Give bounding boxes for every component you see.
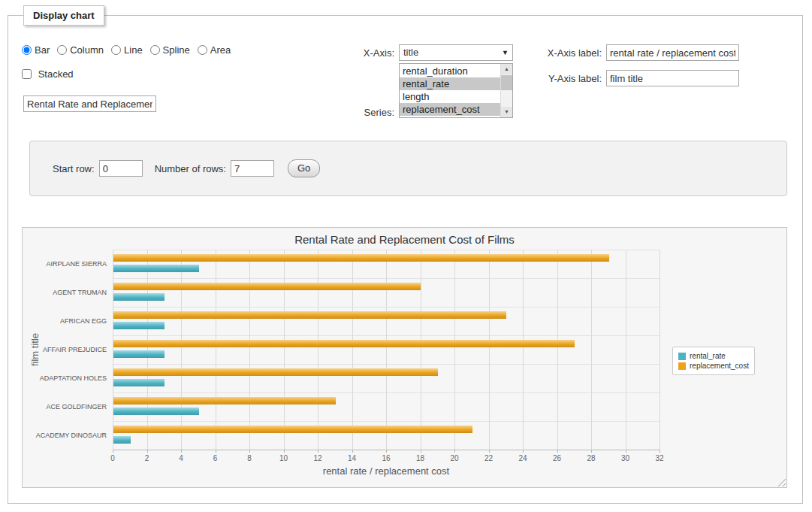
legend-item-rental_rate[interactable]: rental_rate	[678, 352, 749, 360]
bar-replacement_cost[interactable]	[113, 283, 421, 290]
series-option-length[interactable]: length	[400, 90, 500, 103]
x-axis-selected-value: title	[403, 47, 418, 58]
chart-type-radio-bar[interactable]	[22, 45, 32, 55]
x-axis-tick-label: 4	[170, 454, 192, 462]
chart-type-radio-label[interactable]: Column	[70, 44, 104, 56]
y-axis-category-label: ACE GOLDFINGER	[23, 392, 107, 421]
stacked-option[interactable]: Stacked	[22, 68, 74, 80]
grid-line-vertical	[249, 250, 250, 450]
bar-rental_rate[interactable]	[113, 407, 199, 415]
x-axis-tick-label: 0	[101, 454, 124, 462]
grid-line-vertical	[386, 250, 387, 450]
scrollbar[interactable]: ▲ ▼	[500, 64, 512, 117]
resize-handle-icon[interactable]	[776, 477, 786, 486]
chart-type-option-spline[interactable]: Spline	[150, 44, 190, 56]
bar-rental_rate[interactable]	[113, 436, 131, 444]
chart-type-radio-label[interactable]: Spline	[163, 44, 190, 56]
y-axis-label-input[interactable]	[606, 70, 739, 86]
x-axis-tick-label: 16	[375, 454, 397, 462]
go-button[interactable]: Go	[288, 159, 320, 177]
x-axis-tick-label: 32	[648, 454, 671, 462]
bar-rental_rate[interactable]	[113, 379, 165, 386]
stacked-label[interactable]: Stacked	[38, 68, 74, 80]
number-of-rows-label: Number of rows:	[155, 163, 226, 174]
y-axis-category-label: AFFAIR PREJUDICE	[23, 335, 107, 364]
series-field-label: Series:	[312, 107, 394, 118]
grid-line-vertical	[318, 250, 318, 450]
grid-line-vertical	[421, 250, 421, 450]
legend-swatch	[678, 362, 686, 370]
bar-replacement_cost[interactable]	[113, 311, 506, 319]
grid-line-vertical	[284, 250, 285, 450]
chart-type-radio-line[interactable]	[111, 45, 121, 55]
x-axis-tick-label: 12	[306, 454, 329, 462]
start-row-label: Start row:	[53, 163, 95, 174]
chart-title-input[interactable]	[23, 95, 156, 112]
grid-line-vertical	[454, 250, 455, 450]
chart-type-option-bar[interactable]: Bar	[22, 44, 50, 56]
chart-type-radio-label[interactable]: Bar	[35, 44, 50, 56]
fieldset-legend: Display chart	[23, 5, 104, 26]
series-option-replacement_cost[interactable]: replacement_cost	[400, 103, 500, 116]
bar-rental_rate[interactable]	[113, 265, 199, 272]
scroll-down-icon[interactable]: ▼	[501, 107, 512, 117]
grid-line-vertical	[626, 250, 626, 450]
bar-replacement_cost[interactable]	[113, 368, 438, 376]
y-axis-category-label: AIRPLANE SIERRA	[23, 250, 107, 278]
x-axis-tick-label: 14	[341, 454, 364, 462]
x-axis-tick-label: 10	[273, 454, 295, 462]
chart-container: Rental Rate and Replacement Cost of Film…	[22, 227, 787, 488]
bar-rental_rate[interactable]	[113, 322, 165, 329]
bar-rental_rate[interactable]	[113, 350, 165, 358]
x-axis-field-label: X-Axis:	[312, 47, 394, 59]
x-axis-tick	[660, 450, 660, 453]
x-axis-label-field-label: X-Axis label:	[510, 47, 602, 59]
chart-type-option-line[interactable]: Line	[111, 44, 143, 56]
grid-line-vertical	[216, 250, 216, 450]
series-multiselect[interactable]: rental_durationrental_ratelengthreplacem…	[399, 63, 513, 118]
bar-replacement_cost[interactable]	[113, 254, 609, 262]
bar-replacement_cost[interactable]	[113, 340, 575, 347]
x-axis-tick-label: 6	[204, 454, 227, 462]
x-axis-tick-label: 2	[136, 454, 158, 462]
chart-x-axis-title: rental rate / replacement cost	[113, 465, 660, 477]
series-option-rental_duration[interactable]: rental_duration	[400, 65, 500, 77]
grid-line-vertical	[352, 250, 353, 450]
series-options: rental_durationrental_ratelengthreplacem…	[400, 65, 500, 116]
x-axis-label-input[interactable]	[606, 44, 739, 61]
x-axis-tick-label: 20	[443, 454, 466, 462]
x-axis-tick-label: 22	[478, 454, 500, 462]
grid-line-vertical	[557, 250, 558, 450]
y-axis-label-field-label: Y-Axis label:	[510, 73, 602, 84]
bar-replacement_cost[interactable]	[113, 397, 336, 404]
legend-item-replacement_cost[interactable]: replacement_cost	[678, 362, 749, 370]
x-axis-tick-label: 30	[614, 454, 637, 462]
grid-line-vertical	[660, 250, 660, 450]
chart-type-option-column[interactable]: Column	[57, 44, 104, 56]
chart-type-radio-spline[interactable]	[150, 45, 160, 55]
grid-line-vertical	[147, 250, 148, 450]
chevron-down-icon: ▼	[502, 49, 509, 56]
chart-type-radio-label[interactable]: Line	[124, 44, 143, 56]
x-axis-tick-label: 26	[546, 454, 569, 462]
bar-rental_rate[interactable]	[113, 293, 165, 301]
grid-line-vertical	[523, 250, 524, 450]
x-axis-tick-label: 28	[580, 454, 602, 462]
grid-line-vertical	[489, 250, 490, 450]
start-row-input[interactable]	[99, 160, 143, 177]
grid-line-vertical	[181, 250, 182, 450]
stacked-checkbox[interactable]	[22, 69, 32, 79]
chart-title: Rental Rate and Replacement Cost of Film…	[23, 233, 786, 246]
display-chart-fieldset: Display chart BarColumnLineSplineArea St…	[8, 15, 803, 504]
number-of-rows-input[interactable]	[231, 160, 274, 177]
chart-type-radio-group: BarColumnLineSplineArea	[22, 44, 238, 56]
chart-type-radio-label[interactable]: Area	[210, 44, 231, 56]
chart-type-radio-area[interactable]	[198, 45, 207, 55]
x-axis-select[interactable]: title ▼	[399, 44, 513, 61]
rows-range-panel: Start row: Number of rows: Go	[29, 141, 787, 196]
y-axis-category-label: ACADEMY DINOSAUR	[23, 421, 107, 450]
chart-type-option-area[interactable]: Area	[198, 44, 231, 56]
chart-type-radio-column[interactable]	[57, 45, 67, 55]
bar-replacement_cost[interactable]	[113, 426, 472, 433]
series-option-rental_rate[interactable]: rental_rate	[400, 77, 500, 90]
